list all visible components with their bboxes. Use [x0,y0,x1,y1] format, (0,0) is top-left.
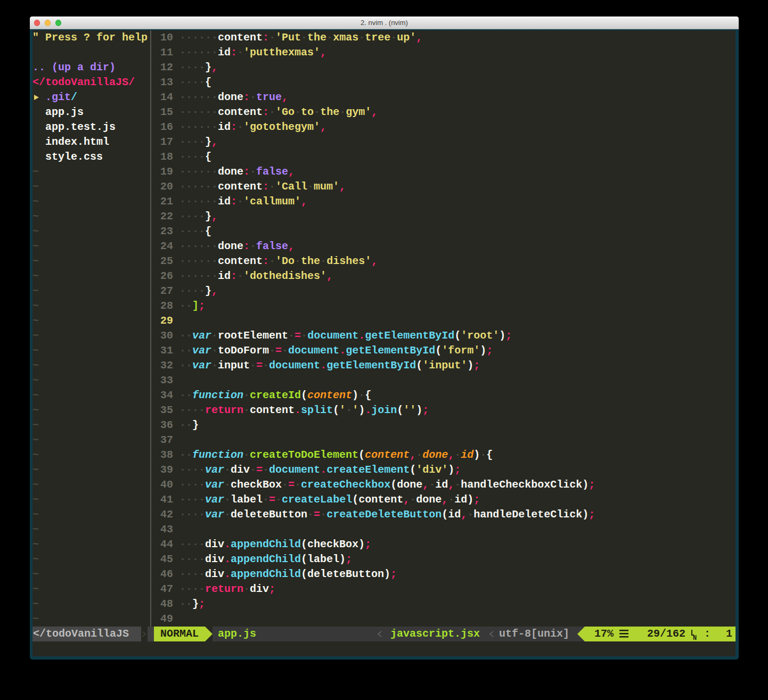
svg-text:N: N [693,635,697,640]
